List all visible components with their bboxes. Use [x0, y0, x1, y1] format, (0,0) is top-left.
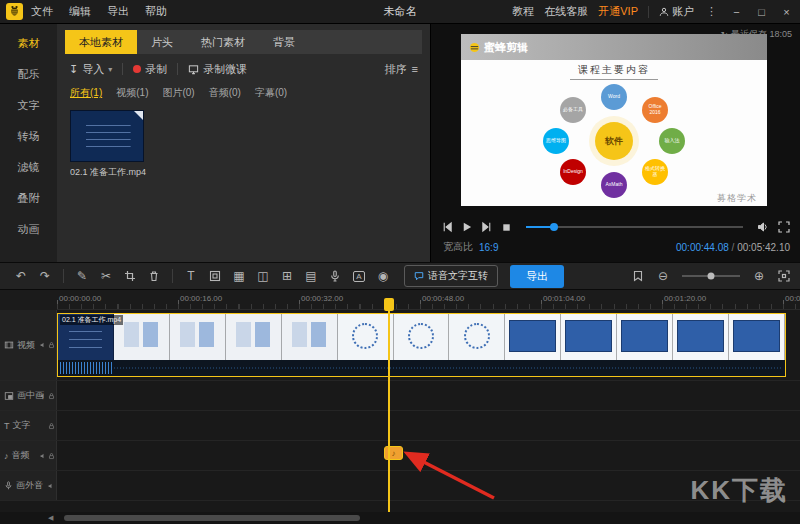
zoom-out-icon[interactable]: ⊖ — [652, 269, 674, 283]
close-button[interactable]: × — [779, 6, 794, 18]
beecut-app: 文件 编辑 导出 帮助 未命名 教程 在线客服 开通VIP 账户 ⋮ − □ × — [0, 0, 800, 524]
scrollbar-thumb[interactable] — [64, 515, 360, 521]
video-clip[interactable]: 02.1 准备工作.mp4 — [57, 313, 786, 377]
record-button[interactable]: 录制 — [133, 62, 167, 77]
track-header-pip[interactable]: 画中画 — [0, 381, 57, 410]
timeline-ruler[interactable]: 00:00:00.00 00:00:16.00 00:00:32.00 00:0… — [0, 290, 800, 310]
text-tool-icon[interactable]: T — [180, 269, 202, 283]
mute-icon[interactable] — [40, 392, 47, 399]
volume-icon[interactable] — [757, 221, 770, 233]
divider — [177, 63, 178, 75]
mic-icon[interactable] — [324, 270, 346, 282]
zoom-knob[interactable] — [708, 273, 715, 280]
crop-icon[interactable] — [119, 270, 141, 282]
stop-button[interactable] — [501, 222, 512, 233]
track-header-audio[interactable]: ♪ 音频 — [0, 441, 57, 470]
aspect-ratio-select[interactable]: 16:9 — [479, 242, 498, 253]
sidebar-item-filter[interactable]: 滤镜 — [0, 152, 57, 183]
media-item[interactable]: 02.1 准备工作.mp4 — [70, 110, 150, 179]
filter-subtitle[interactable]: 字幕(0) — [255, 86, 287, 100]
menu-help[interactable]: 帮助 — [145, 4, 167, 19]
mosaic-icon[interactable]: ▦ — [228, 269, 250, 283]
screen-record-icon[interactable]: ◉ — [372, 269, 394, 283]
timeline-scrollbar[interactable]: ◀ — [0, 512, 800, 524]
more-menu-icon[interactable]: ⋮ — [704, 5, 719, 18]
diagram-bubble: 输入法 — [659, 128, 685, 154]
lock-icon[interactable] — [48, 422, 55, 429]
filter-image[interactable]: 图片(0) — [162, 86, 194, 100]
tab-hot-media[interactable]: 热门素材 — [187, 30, 259, 54]
sidebar-item-text[interactable]: 文字 — [0, 90, 57, 121]
filter-audio[interactable]: 音频(0) — [209, 86, 241, 100]
picture-icon[interactable]: ▤ — [300, 269, 322, 283]
support-link[interactable]: 在线客服 — [544, 4, 588, 19]
fit-timeline-icon[interactable] — [778, 270, 790, 282]
crop-frame-icon[interactable] — [204, 270, 226, 282]
mute-icon[interactable] — [40, 452, 47, 459]
track-header-text[interactable]: T 文字 — [0, 411, 57, 440]
minimize-button[interactable]: − — [729, 6, 744, 18]
split-scissors-icon[interactable]: ✂ — [95, 269, 117, 283]
subtitle-icon[interactable]: A — [348, 271, 370, 282]
video-preview[interactable]: 蜜蜂剪辑 课程主要内容 Word Office 2016 输入法 格式转换器 A… — [461, 34, 767, 206]
speech-text-button[interactable]: 语音文字互转 — [404, 265, 498, 287]
filmstrip-thumb — [673, 314, 729, 360]
mute-icon[interactable] — [48, 482, 55, 489]
sidebar-item-music[interactable]: 配乐 — [0, 59, 57, 90]
sidebar-item-animation[interactable]: 动画 — [0, 214, 57, 245]
play-button[interactable] — [461, 221, 473, 233]
record-label: 录制 — [145, 62, 167, 77]
tab-intro[interactable]: 片头 — [137, 30, 187, 54]
record-lesson-button[interactable]: 录制微课 — [188, 62, 247, 77]
zoom-in-icon[interactable]: ⊕ — [748, 269, 770, 283]
undo-icon[interactable]: ↶ — [10, 269, 32, 283]
media-thumbnail[interactable] — [70, 110, 144, 162]
lock-icon[interactable] — [48, 342, 55, 349]
diagram-center: 软件 — [595, 122, 633, 160]
ruler-label: 00:01:04.00 — [543, 294, 585, 303]
account-button[interactable]: 账户 — [659, 4, 694, 19]
filter-video[interactable]: 视频(1) — [116, 86, 148, 100]
tutorial-link[interactable]: 教程 — [512, 4, 534, 19]
zoom-slider[interactable] — [682, 275, 740, 277]
delete-icon[interactable] — [143, 270, 165, 282]
tab-local-media[interactable]: 本地素材 — [65, 30, 137, 54]
site-watermark: KK下载 — [690, 473, 788, 508]
sidebar-item-media[interactable]: 素材 — [0, 28, 57, 59]
playhead[interactable] — [388, 298, 390, 512]
vip-link[interactable]: 开通VIP — [598, 4, 638, 19]
redo-icon[interactable]: ↷ — [34, 269, 56, 283]
track-header-video[interactable]: 视频 — [0, 310, 57, 380]
seek-knob[interactable] — [550, 223, 558, 231]
next-frame-button[interactable] — [481, 221, 493, 233]
scroll-left-icon[interactable]: ◀ — [48, 514, 53, 522]
freeze-frame-icon[interactable]: ⊞ — [276, 269, 298, 283]
track-row-text[interactable]: T 文字 — [0, 411, 800, 441]
pip-icon[interactable]: ◫ — [252, 269, 274, 283]
track-header-voiceover[interactable]: 画外音 — [0, 471, 57, 500]
fullscreen-icon[interactable] — [778, 221, 790, 233]
marker-icon[interactable] — [632, 270, 644, 282]
sidebar-item-transition[interactable]: 转场 — [0, 121, 57, 152]
track-row-pip[interactable]: 画中画 — [0, 381, 800, 411]
clip-waveform — [58, 360, 785, 376]
seek-slider[interactable] — [526, 226, 743, 228]
mute-icon[interactable] — [40, 342, 47, 349]
menu-export[interactable]: 导出 — [107, 4, 129, 19]
import-button[interactable]: ↧ 导入 ▾ — [69, 62, 112, 77]
timeline-zoom-controls: ⊖ ⊕ — [632, 269, 790, 283]
maximize-button[interactable]: □ — [754, 6, 769, 18]
edit-icon[interactable]: ✎ — [71, 269, 93, 283]
filter-all[interactable]: 所有(1) — [70, 86, 102, 100]
current-time: 00:00:44.08 — [676, 242, 729, 253]
lock-icon[interactable] — [48, 452, 55, 459]
lock-icon[interactable] — [48, 392, 55, 399]
sidebar-item-overlay[interactable]: 叠附 — [0, 183, 57, 214]
menu-file[interactable]: 文件 — [31, 4, 53, 19]
sort-button[interactable]: 排序 ≡ — [385, 62, 418, 77]
filmstrip-thumb — [617, 314, 673, 360]
prev-frame-button[interactable] — [441, 221, 453, 233]
tab-background[interactable]: 背景 — [259, 30, 309, 54]
menu-edit[interactable]: 编辑 — [69, 4, 91, 19]
export-button[interactable]: 导出 — [510, 265, 564, 288]
